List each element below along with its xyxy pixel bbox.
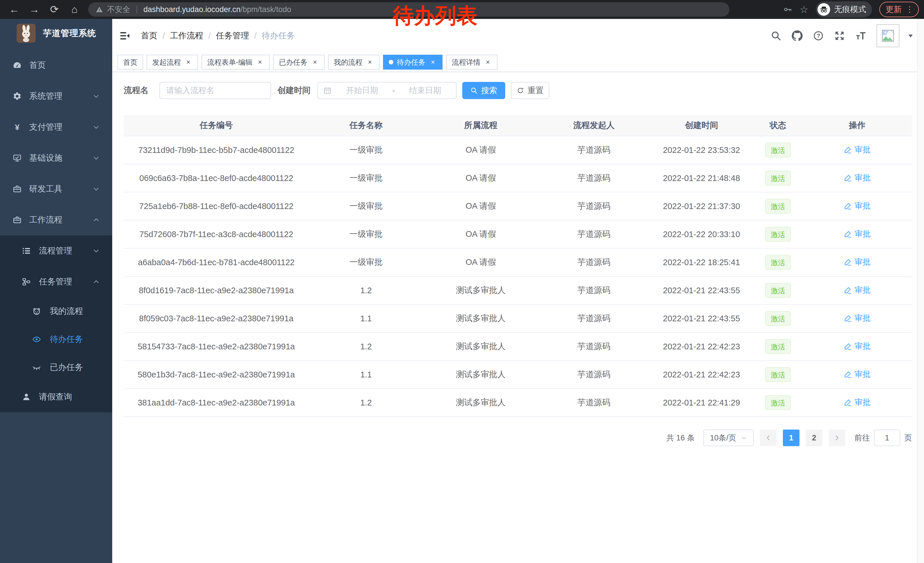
url-text: dashboard.yudao.iocoder.cn/bpm/task/todo	[143, 5, 291, 14]
sidebar-item[interactable]: 支付管理	[0, 112, 112, 143]
approve-link[interactable]: 审批	[844, 200, 871, 211]
total-count: 共 16 条	[666, 433, 695, 443]
tab[interactable]: 流程表单-编辑 ×	[201, 55, 270, 70]
close-icon[interactable]: ×	[184, 58, 192, 66]
process-starter: 芋道源码	[538, 332, 650, 360]
filter-form: 流程名 创建时间 开始日期 - 结束日期 搜索 重置	[124, 82, 912, 99]
page-scrollbar[interactable]	[917, 19, 924, 563]
reload-icon[interactable]: ⟳	[49, 4, 60, 15]
help-icon[interactable]	[813, 30, 824, 41]
toolbox-icon	[13, 215, 22, 225]
column-header: 流程发起人	[538, 115, 650, 136]
sidebar-item[interactable]: 流程管理	[0, 236, 112, 266]
一级审批: a6aba0a4-7b6d-11ec-b781-acde48001122 一级审…	[124, 248, 912, 276]
status-badge: 激活	[765, 199, 791, 214]
create-time: 2022-01-21 22:42:23	[650, 360, 754, 389]
page-number-button[interactable]: 2	[806, 429, 822, 446]
chevron-icon	[93, 278, 100, 285]
approve-link[interactable]: 审批	[844, 144, 871, 155]
edit-icon	[844, 314, 852, 322]
sidebar-item[interactable]: 研发工具	[0, 174, 112, 204]
search-icon[interactable]	[771, 30, 782, 41]
page-size-select[interactable]: 10条/页	[703, 429, 754, 446]
close-icon[interactable]: ×	[311, 58, 319, 66]
chevron-icon	[93, 216, 100, 224]
bookmark-star-icon[interactable]: ☆	[800, 5, 808, 14]
fullscreen-icon[interactable]	[834, 30, 845, 41]
goto-page-input[interactable]	[874, 429, 900, 446]
column-header: 状态	[753, 115, 802, 136]
approve-link[interactable]: 审批	[844, 228, 871, 239]
caret-down-icon[interactable]	[907, 32, 914, 39]
process-starter: 芋道源码	[538, 305, 650, 332]
close-icon[interactable]: ×	[484, 58, 492, 66]
page-number-button[interactable]: 1	[783, 429, 800, 446]
chevron-icon	[93, 186, 100, 192]
forward-icon[interactable]: →	[28, 4, 40, 15]
task-id: 8f0d1619-7ac8-11ec-a9e2-a2380e71991a	[124, 276, 309, 305]
close-icon[interactable]: ×	[366, 58, 374, 66]
sidebar-item[interactable]: 系统管理	[0, 81, 112, 112]
task-name: 1.2	[309, 389, 423, 417]
close-icon[interactable]: ×	[429, 58, 437, 66]
prev-page-button[interactable]	[760, 429, 777, 446]
process-name: OA 请假	[423, 220, 538, 248]
tab[interactable]: 发起流程 ×	[147, 55, 198, 70]
breadcrumb-item[interactable]: 任务管理	[216, 30, 249, 42]
process-starter: 芋道源码	[538, 248, 650, 276]
key-icon[interactable]	[783, 5, 792, 14]
tab[interactable]: 我的流程 ×	[328, 55, 380, 70]
approve-link[interactable]: 审批	[844, 285, 871, 296]
1.2: 381aa1dd-7ac8-11ec-a9e2-a2380e71991a 1.2…	[124, 389, 912, 417]
chevron-down-icon	[741, 435, 747, 441]
tab[interactable]: 流程详情 ×	[446, 55, 498, 70]
sidebar-item[interactable]: 首页	[0, 50, 112, 81]
avatar[interactable]	[876, 24, 899, 47]
fold-icon[interactable]	[118, 30, 131, 41]
edit-icon	[844, 258, 852, 266]
back-icon[interactable]: ←	[9, 4, 20, 15]
sidebar-item[interactable]: 基础设施	[0, 143, 112, 174]
task-id: 725a1eb6-7b88-11ec-8ef0-acde48001122	[124, 192, 309, 220]
chevron-icon	[93, 124, 100, 131]
kebab-menu-icon[interactable]: ⋮	[906, 6, 914, 14]
sidebar-item[interactable]: 工作流程	[0, 204, 112, 236]
sidebar-item[interactable]: 待办任务	[0, 325, 112, 353]
user-icon	[22, 392, 31, 401]
process-name-input[interactable]	[159, 82, 271, 99]
create-time: 2022-01-22 23:53:32	[650, 136, 754, 164]
font-size-icon[interactable]	[855, 30, 866, 41]
tab[interactable]: 待办任务 ×	[383, 55, 442, 70]
sidebar-item[interactable]: 请假查询	[0, 381, 112, 412]
breadcrumb-item[interactable]: 待办任务	[262, 30, 295, 42]
sidebar-item[interactable]: 我的流程	[0, 297, 112, 325]
approve-link[interactable]: 审批	[844, 313, 871, 324]
approve-link[interactable]: 审批	[844, 397, 871, 408]
approve-link[interactable]: 审批	[844, 173, 871, 183]
reset-button[interactable]: 重置	[511, 82, 549, 99]
sidebar-item[interactable]: 已办任务	[0, 353, 112, 381]
home-icon[interactable]: ⌂	[69, 4, 80, 15]
app-logo[interactable]: 芋道管理系统	[0, 19, 112, 48]
tab[interactable]: 已办任务 ×	[273, 55, 325, 70]
close-icon[interactable]: ×	[256, 58, 264, 66]
next-page-button[interactable]	[829, 429, 845, 446]
date-range-picker[interactable]: 开始日期 - 结束日期	[318, 82, 456, 99]
approve-link[interactable]: 审批	[844, 369, 871, 380]
incognito-badge: 无痕模式	[816, 2, 872, 18]
github-icon[interactable]	[792, 30, 802, 41]
task-name: 1.1	[309, 360, 423, 389]
process-name: 测试多审批人	[423, 360, 538, 389]
status-badge: 激活	[765, 311, 791, 326]
approve-link[interactable]: 审批	[844, 341, 871, 352]
tab[interactable]: 首页	[117, 55, 143, 70]
process-starter: 芋道源码	[538, 192, 650, 220]
task-name: 1.2	[309, 332, 423, 360]
breadcrumb-item[interactable]: 首页	[141, 30, 158, 42]
sidebar-item[interactable]: 任务管理	[0, 266, 112, 297]
breadcrumb-item[interactable]: 工作流程	[170, 30, 203, 42]
search-button[interactable]: 搜索	[462, 82, 505, 99]
update-button[interactable]: 更新 ⋮	[879, 2, 919, 17]
address-bar[interactable]: 不安全 dashboard.yudao.iocoder.cn/bpm/task/…	[88, 2, 729, 17]
approve-link[interactable]: 审批	[844, 257, 871, 267]
